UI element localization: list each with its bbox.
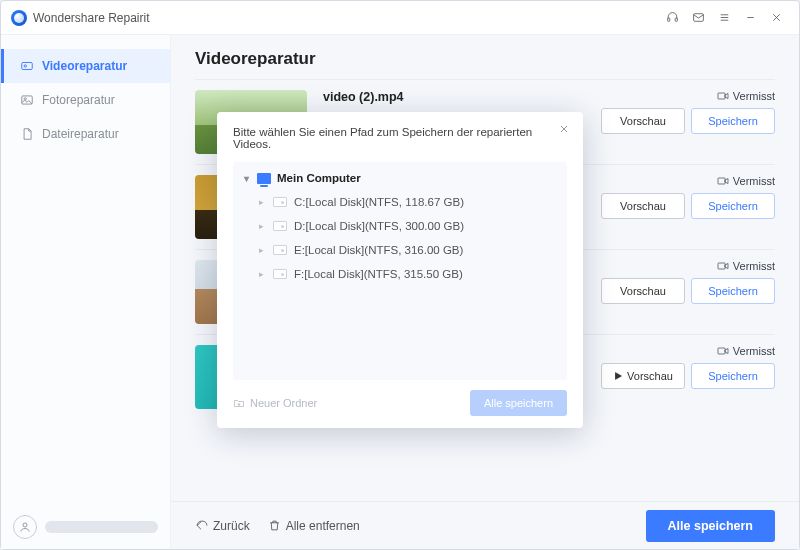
dialog-close-button[interactable] (555, 120, 573, 138)
computer-icon (257, 173, 271, 184)
camera-missing-icon (717, 346, 729, 356)
save-button[interactable]: Speichern (691, 193, 775, 219)
drive-item[interactable]: ▸ E:[Local Disk](NTFS, 316.00 GB) (241, 238, 559, 262)
drive-label: F:[Local Disk](NTFS, 315.50 GB) (294, 268, 463, 280)
sidebar-item-label: Fotoreparatur (42, 93, 115, 107)
drive-label: D:[Local Disk](NTFS, 300.00 GB) (294, 220, 464, 232)
preview-button[interactable]: Vorschau (601, 193, 685, 219)
svg-rect-2 (693, 14, 703, 22)
svg-point-10 (24, 65, 26, 67)
drive-item[interactable]: ▸ C:[Local Disk](NTFS, 118.67 GB) (241, 190, 559, 214)
svg-rect-14 (718, 93, 725, 99)
chevron-right-icon: ▸ (257, 245, 266, 255)
drive-item[interactable]: ▸ D:[Local Disk](NTFS, 300.00 GB) (241, 214, 559, 238)
save-path-dialog: Bitte wählen Sie einen Pfad zum Speicher… (217, 112, 583, 428)
dialog-prompt: Bitte wählen Sie einen Pfad zum Speicher… (233, 126, 567, 150)
menu-icon[interactable] (711, 5, 737, 31)
sidebar-user[interactable] (1, 505, 170, 549)
sidebar-item-label: Videoreparatur (42, 59, 127, 73)
tree-root-my-computer[interactable]: ▾ Mein Computer (241, 172, 559, 184)
username-placeholder (45, 521, 158, 533)
status-badge: Vermisst (717, 90, 775, 102)
app-logo-icon (11, 10, 27, 26)
status-badge: Vermisst (717, 175, 775, 187)
avatar (13, 515, 37, 539)
status-badge: Vermisst (717, 260, 775, 272)
sidebar-item-file-repair[interactable]: Dateireparatur (1, 117, 170, 151)
save-button[interactable]: Speichern (691, 108, 775, 134)
sidebar: Videoreparatur Fotoreparatur Dateirepara… (1, 35, 171, 549)
save-button[interactable]: Speichern (691, 278, 775, 304)
svg-rect-9 (22, 63, 33, 70)
play-icon (613, 371, 623, 381)
svg-rect-17 (718, 348, 725, 354)
drive-icon (273, 245, 287, 255)
new-folder-button[interactable]: Neuer Ordner (233, 397, 317, 409)
save-all-button[interactable]: Alle speichern (646, 510, 775, 542)
titlebar: Wondershare Repairit (1, 1, 799, 35)
drive-icon (273, 269, 287, 279)
sidebar-item-photo-repair[interactable]: Fotoreparatur (1, 83, 170, 117)
drive-item[interactable]: ▸ F:[Local Disk](NTFS, 315.50 GB) (241, 262, 559, 286)
app-name: Wondershare Repairit (33, 11, 150, 25)
preview-button[interactable]: Vorschau (601, 108, 685, 134)
svg-rect-15 (718, 178, 725, 184)
svg-rect-1 (675, 18, 677, 21)
back-button[interactable]: Zurück (195, 519, 250, 533)
sidebar-item-video-repair[interactable]: Videoreparatur (1, 49, 170, 83)
chevron-right-icon: ▸ (257, 197, 266, 207)
camera-missing-icon (717, 261, 729, 271)
back-icon (195, 519, 208, 532)
video-filename: video (2).mp4 (323, 90, 583, 104)
minimize-icon[interactable] (737, 5, 763, 31)
svg-rect-16 (718, 263, 725, 269)
page-title: Videoreparatur (195, 49, 775, 69)
dialog-save-all-button[interactable]: Alle speichern (470, 390, 567, 416)
folder-tree: ▾ Mein Computer ▸ C:[Local Disk](NTFS, 1… (233, 162, 567, 380)
trash-icon (268, 519, 281, 532)
drive-label: E:[Local Disk](NTFS, 316.00 GB) (294, 244, 463, 256)
preview-button[interactable]: Vorschau (601, 278, 685, 304)
save-button[interactable]: Speichern (691, 363, 775, 389)
page-header: Videoreparatur (171, 35, 799, 79)
new-folder-icon (233, 397, 245, 409)
chevron-right-icon: ▸ (257, 269, 266, 279)
preview-button[interactable]: Vorschau (601, 363, 685, 389)
support-icon[interactable] (659, 5, 685, 31)
mail-icon[interactable] (685, 5, 711, 31)
camera-missing-icon (717, 176, 729, 186)
status-badge: Vermisst (717, 345, 775, 357)
sidebar-item-label: Dateireparatur (42, 127, 119, 141)
camera-missing-icon (717, 91, 729, 101)
file-icon (20, 127, 34, 141)
drive-label: C:[Local Disk](NTFS, 118.67 GB) (294, 196, 464, 208)
drive-icon (273, 221, 287, 231)
svg-point-13 (23, 523, 27, 527)
photo-icon (20, 93, 34, 107)
close-icon[interactable] (763, 5, 789, 31)
chevron-down-icon: ▾ (241, 173, 251, 184)
drive-icon (273, 197, 287, 207)
remove-all-button[interactable]: Alle entfernen (268, 519, 360, 533)
svg-rect-0 (667, 18, 669, 21)
footer: Zurück Alle entfernen Alle speichern (171, 501, 799, 549)
video-icon (20, 59, 34, 73)
chevron-right-icon: ▸ (257, 221, 266, 231)
